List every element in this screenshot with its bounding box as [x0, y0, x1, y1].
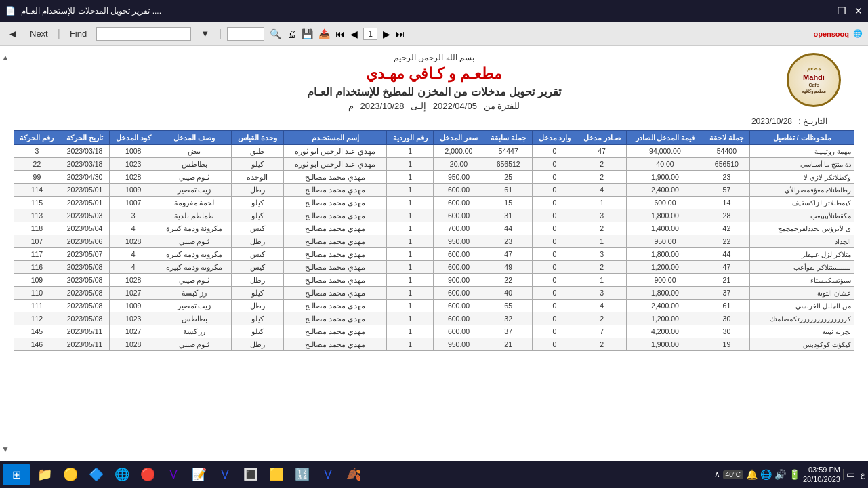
table-cell: الجداد — [750, 235, 854, 248]
toolbar-icon-print[interactable]: 🖨 — [287, 28, 296, 39]
scroll-up-arrow[interactable]: ▲ — [1, 53, 9, 62]
taskbar-app-7[interactable]: 📝 — [187, 462, 211, 487]
taskbar-app-8[interactable]: V — [213, 462, 237, 487]
table-cell: 22 — [484, 274, 532, 287]
table-cell: 1028 — [110, 274, 157, 287]
col-header-code: كود المدخل — [110, 131, 157, 145]
close-button[interactable]: ✕ — [854, 5, 863, 16]
table-cell: 3 — [577, 209, 627, 222]
taskbar-datetime: 03:59 PM 28/10/2023 — [803, 465, 840, 485]
minimize-button[interactable]: — — [820, 5, 829, 16]
table-cell: 117 — [14, 248, 60, 261]
table-cell: 600.00 — [434, 184, 484, 197]
restaurant-name: مطعـم و كـافي مهـدي — [14, 65, 854, 83]
taskbar-icon-chevron[interactable]: ∧ — [714, 470, 720, 479]
table-cell: مهدي محمد مصالـح — [284, 312, 387, 325]
table-row: بببببببببنتلاكر بقوأعب471,200.002049600.… — [14, 261, 854, 274]
table-cell: 1027 — [110, 287, 157, 300]
table-cell: 0 — [533, 222, 577, 235]
table-cell: مهدي محمد مصالـح — [284, 248, 387, 261]
toolbar-separator-2: | — [219, 28, 222, 40]
table-cell: 1 — [387, 209, 434, 222]
taskbar-app-12[interactable]: V — [316, 462, 340, 487]
table-row: وكطلاتكر لازي لا231,900.002025950.001مهد… — [14, 171, 854, 184]
taskbar-app-3[interactable]: 🔷 — [84, 462, 108, 487]
table-cell: مهدي محمد مصالـح — [284, 300, 387, 312]
table-cell: 3 — [110, 209, 157, 222]
table-cell: 2023/05/08 — [60, 261, 109, 274]
table-cell: مهدي محمد مصالـح — [284, 184, 387, 197]
taskbar: ⊞ 📁 🟡 🔷 🌐 🔴 V 📝 V 🔳 🟨 🔢 V 🍂 ∧ 40°C 🔔 🌐 🔊… — [0, 461, 868, 488]
search-input[interactable] — [96, 27, 191, 41]
table-cell: 2 — [577, 312, 627, 325]
search-dropdown-button[interactable]: ▼ — [197, 27, 213, 40]
taskbar-app-6[interactable]: V — [161, 462, 186, 487]
bismillah-text: بسم الله الرحمن الرحيم — [14, 53, 854, 62]
table-cell: 0 — [533, 197, 577, 209]
table-cell: 1028 — [110, 171, 157, 184]
table-cell: 20.00 — [434, 158, 484, 171]
taskbar-battery-icon[interactable]: 🔋 — [789, 469, 800, 480]
table-cell: بطاطس — [157, 158, 231, 171]
taskbar-app-file-explorer[interactable]: 📁 — [33, 462, 57, 487]
taskbar-app-10[interactable]: 🟨 — [264, 462, 289, 487]
toolbar-icon-fit[interactable]: 🔍 — [270, 28, 281, 39]
date-range: للفترة من 2022/04/05 إلـى 2023/10/28 م — [14, 101, 854, 111]
table-cell: 2023/04/30 — [60, 171, 109, 184]
zoom-input[interactable]: 100% — [227, 27, 264, 41]
table-cell: 0 — [533, 325, 577, 338]
table-cell: رطل — [231, 274, 283, 287]
taskbar-notification-icon[interactable]: 🔔 — [746, 469, 758, 480]
toolbar-nav-last[interactable]: ⏭ — [396, 28, 405, 39]
table-cell: كررررررررررررررتكمصلمتك — [750, 312, 854, 325]
col-header-num: رقم الحركة — [14, 131, 60, 145]
table-cell: 600.00 — [434, 261, 484, 274]
restaurant-logo: مطعم Mahdi Cafe مطعم وكافيه — [787, 53, 841, 107]
table-cell: لحمة مفرومة — [157, 197, 231, 209]
taskbar-app-4[interactable]: 🌐 — [110, 462, 134, 487]
table-cell: كيلو — [231, 158, 283, 171]
table-cell: 0 — [533, 287, 577, 300]
find-button[interactable]: Find — [66, 27, 91, 40]
col-header-unit: وحدة القياس — [231, 131, 283, 145]
toolbar-nav-prev[interactable]: ◀ — [350, 28, 358, 39]
table-cell: طماطم بلدية — [157, 209, 231, 222]
table-cell: بطاطس — [157, 312, 231, 325]
table-cell: 2023/05/06 — [60, 235, 109, 248]
table-cell: 0 — [533, 300, 577, 312]
taskbar-app-13[interactable]: 🍂 — [342, 462, 366, 487]
table-cell: 1,200.00 — [627, 261, 703, 274]
table-cell: 600.00 — [434, 197, 484, 209]
toolbar-icon-export[interactable]: 📤 — [318, 28, 330, 39]
toolbar-nav-first[interactable]: ⏮ — [335, 28, 345, 39]
table-cell: 4 — [110, 261, 157, 274]
toolbar-icon-save[interactable]: 💾 — [302, 28, 313, 39]
table-cell: 2023/05/01 — [60, 197, 109, 209]
taskbar-speaker-icon[interactable]: 🔊 — [774, 469, 786, 480]
title-bar-left: 📄 تقرير تحويل المدخلات للإستخدام العـام … — [5, 6, 161, 16]
taskbar-show-desktop[interactable]: ▭ — [843, 469, 855, 480]
taskbar-app-5[interactable]: 🔴 — [136, 462, 160, 487]
table-cell: مكقطنلأبيبيعب — [750, 209, 854, 222]
taskbar-globe-icon[interactable]: 🌐 — [760, 469, 772, 480]
table-cell: 1023 — [110, 158, 157, 171]
table-cell: 47 — [703, 261, 750, 274]
scroll-down-arrow[interactable]: ▼ — [1, 445, 9, 454]
table-cell: كيمطنلاتر لزاكسقيف — [750, 197, 854, 209]
table-cell: كيس — [231, 248, 283, 261]
table-cell: عشان الثوية — [750, 287, 854, 300]
toolbar-nav-next[interactable]: ▶ — [383, 28, 390, 39]
table-cell: 31 — [484, 209, 532, 222]
maximize-button[interactable]: ❐ — [838, 5, 846, 16]
taskbar-app-9[interactable]: 🔳 — [239, 462, 263, 487]
table-cell: 2023/05/08 — [60, 312, 109, 325]
taskbar-app-11[interactable]: 🔢 — [290, 462, 314, 487]
table-cell: ثـوم صيني — [157, 338, 231, 351]
table-cell: 1 — [387, 197, 434, 209]
next-button[interactable]: Next — [26, 27, 52, 40]
col-header-shift: رقم الوردية — [387, 131, 434, 145]
start-button[interactable]: ⊞ — [3, 464, 30, 485]
table-cell: 2 — [577, 338, 627, 351]
taskbar-app-2[interactable]: 🟡 — [58, 462, 83, 487]
nav-back-button[interactable]: ◀ — [5, 27, 20, 40]
